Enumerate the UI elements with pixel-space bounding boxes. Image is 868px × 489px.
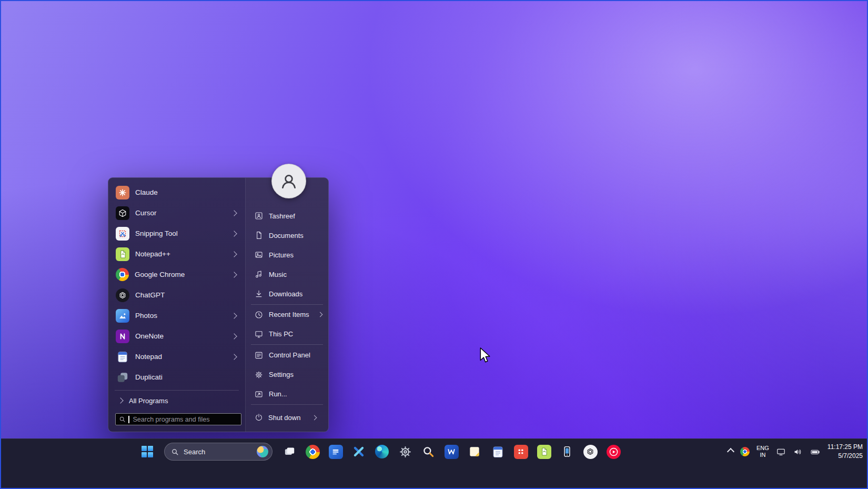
search-icon xyxy=(119,416,126,423)
shutdown-options-chevron-icon[interactable] xyxy=(312,415,317,420)
red-dots-app-icon[interactable] xyxy=(510,441,531,462)
edge-icon[interactable] xyxy=(371,441,392,462)
chatgpt-icon[interactable] xyxy=(580,441,601,462)
chrome-tray-icon[interactable] xyxy=(740,447,750,456)
menu-separator xyxy=(251,344,323,345)
menu-separator xyxy=(115,390,239,391)
clock[interactable]: 11:17:25 PM 5/7/2025 xyxy=(827,443,863,461)
menu-item-notepad[interactable]: Notepad xyxy=(108,346,245,367)
photos-icon xyxy=(116,309,129,323)
menu-item-photos[interactable]: Photos xyxy=(108,305,245,326)
submenu-chevron-icon xyxy=(231,333,237,339)
notepad-icon xyxy=(116,350,129,364)
menu-item-control-panel[interactable]: Control Panel xyxy=(246,345,328,365)
menu-item-google-chrome[interactable]: Google Chrome xyxy=(108,264,245,285)
start-search-input[interactable] xyxy=(132,415,238,424)
menu-item-notepad-plus-plus[interactable]: Notepad++ xyxy=(108,244,245,264)
menu-item-run[interactable]: Run... xyxy=(246,384,328,404)
start-menu: Claude Cursor Snipping Tool N xyxy=(108,177,329,432)
place-label: Documents xyxy=(269,232,304,239)
app-label: Notepad xyxy=(135,353,162,361)
network-icon[interactable] xyxy=(776,447,786,457)
language-secondary: IN xyxy=(756,452,769,458)
battery-icon[interactable] xyxy=(810,447,821,457)
menu-item-recent-items[interactable]: Recent Items xyxy=(246,305,328,325)
place-label: Pictures xyxy=(269,251,294,259)
clock-icon xyxy=(254,310,264,320)
blue-app-icon[interactable] xyxy=(325,441,346,462)
app-label: Snipping Tool xyxy=(135,229,178,237)
chrome-icon xyxy=(116,268,129,281)
menu-item-duplicati[interactable]: Duplicati xyxy=(108,367,245,387)
app-label: Duplicati xyxy=(135,373,163,381)
place-label: Settings xyxy=(269,371,294,378)
user-avatar[interactable] xyxy=(271,164,306,198)
place-label: This PC xyxy=(269,330,293,338)
start-search-box[interactable] xyxy=(115,413,241,425)
submenu-chevron-icon xyxy=(318,312,323,317)
menu-item-music[interactable]: Music xyxy=(246,265,328,284)
taskbar-row: Search xyxy=(0,439,868,464)
menu-item-chatgpt[interactable]: ChatGPT xyxy=(108,285,245,305)
menu-item-pictures[interactable]: Pictures xyxy=(246,245,328,265)
windows-logo-icon xyxy=(142,446,153,457)
start-menu-app-list: Claude Cursor Snipping Tool N xyxy=(108,178,245,432)
notepad-icon[interactable] xyxy=(487,441,508,462)
menu-item-user[interactable]: Tashreef xyxy=(246,206,328,226)
menu-separator xyxy=(251,304,323,305)
menu-item-snipping-tool[interactable]: Snipping Tool xyxy=(108,223,245,244)
control-panel-icon xyxy=(254,351,264,360)
menu-item-downloads[interactable]: Downloads xyxy=(246,284,328,304)
tray-date: 5/7/2025 xyxy=(827,452,863,461)
x-app-icon[interactable] xyxy=(348,441,369,462)
taskbar: Search xyxy=(0,438,868,489)
all-programs-item[interactable]: All Programs xyxy=(108,393,245,408)
task-view-icon[interactable] xyxy=(279,441,300,462)
tray-time: 11:17:25 PM xyxy=(827,443,863,452)
shutdown-label: Shut down xyxy=(268,414,300,422)
snipping-tool-icon xyxy=(116,227,129,241)
duplicati-icon xyxy=(116,371,129,384)
taskbar-search-box[interactable]: Search xyxy=(164,443,272,461)
all-programs-label: All Programs xyxy=(129,397,168,405)
sticky-notes-icon[interactable] xyxy=(464,441,485,462)
youtube-music-icon[interactable] xyxy=(603,441,624,462)
text-caret xyxy=(128,416,129,423)
settings-gear-icon[interactable] xyxy=(395,441,416,462)
place-label: Downloads xyxy=(269,290,302,298)
menu-separator xyxy=(251,404,323,405)
desktop: Claude Cursor Snipping Tool N xyxy=(0,0,868,489)
menu-item-settings[interactable]: Settings xyxy=(246,365,328,384)
submenu-chevron-icon xyxy=(231,210,237,216)
document-icon xyxy=(254,231,264,240)
place-label: Tashreef xyxy=(269,212,295,220)
search-app-icon[interactable] xyxy=(418,441,439,462)
volume-icon[interactable] xyxy=(793,447,803,457)
menu-item-onenote[interactable]: OneNote xyxy=(108,326,245,346)
menu-item-this-pc[interactable]: This PC xyxy=(246,324,328,344)
onenote-icon xyxy=(116,330,129,343)
start-button[interactable] xyxy=(137,441,158,462)
shutdown-button[interactable]: Shut down xyxy=(246,405,328,432)
hidden-icons-chevron-icon[interactable] xyxy=(727,448,734,455)
notepad-plus-plus-icon[interactable] xyxy=(533,441,554,462)
user-silhouette-icon xyxy=(279,172,298,191)
all-programs-chevron-icon xyxy=(117,397,123,403)
chrome-icon[interactable] xyxy=(302,441,323,462)
submenu-chevron-icon xyxy=(231,313,237,318)
menu-item-cursor[interactable]: Cursor xyxy=(108,203,245,223)
chatgpt-icon xyxy=(116,288,129,302)
submenu-chevron-icon xyxy=(231,251,237,257)
app-label: Claude xyxy=(135,188,158,196)
phone-link-icon[interactable] xyxy=(557,441,578,462)
language-indicator[interactable]: ENG IN xyxy=(756,445,769,458)
submenu-chevron-icon xyxy=(231,272,237,277)
system-tray: ENG IN 11:17:25 PM 5/7/2025 xyxy=(728,439,863,464)
menu-item-claude[interactable]: Claude xyxy=(108,182,245,203)
place-label: Recent Items xyxy=(269,311,309,318)
app-label: Photos xyxy=(135,312,157,320)
download-icon xyxy=(254,289,264,298)
word-icon[interactable] xyxy=(441,441,462,462)
menu-item-documents[interactable]: Documents xyxy=(246,226,328,245)
app-label: Google Chrome xyxy=(135,271,185,278)
